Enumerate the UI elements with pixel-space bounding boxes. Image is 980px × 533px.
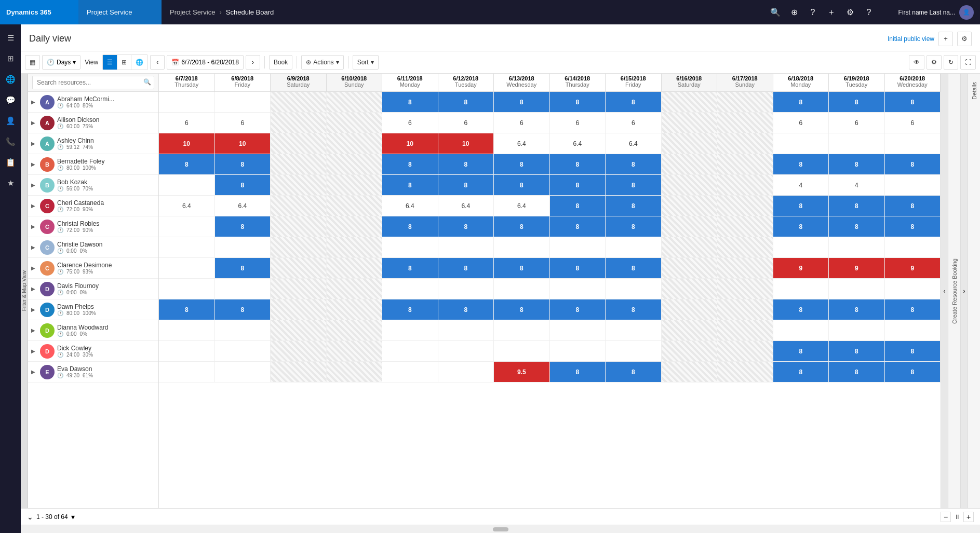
schedule-cell[interactable]: 8 <box>773 362 829 382</box>
schedule-cell[interactable]: 8 <box>829 196 885 216</box>
search-icon[interactable]: 🔍 <box>767 4 784 21</box>
resource-expand-icon[interactable]: ▶ <box>31 286 37 292</box>
schedule-cell[interactable] <box>438 279 494 299</box>
schedule-cell[interactable] <box>717 362 773 382</box>
schedule-cell[interactable]: 6.4 <box>159 196 215 216</box>
schedule-cell[interactable]: 8 <box>438 154 494 174</box>
schedule-cell[interactable] <box>662 175 718 195</box>
schedule-cell[interactable] <box>271 341 327 361</box>
schedule-cell[interactable] <box>606 341 662 361</box>
schedule-cell[interactable] <box>662 113 718 133</box>
schedule-cell[interactable] <box>717 258 773 278</box>
resource-expand-icon[interactable]: ▶ <box>31 265 37 271</box>
schedule-cell[interactable]: 6 <box>885 113 941 133</box>
schedule-cell[interactable] <box>662 299 718 320</box>
filter-map-toggle[interactable]: Filter & Map View <box>21 74 28 508</box>
schedule-cell[interactable]: 8 <box>494 299 550 320</box>
schedule-cell[interactable] <box>717 92 773 112</box>
expand-down-icon[interactable]: ▾ <box>71 513 75 521</box>
settings2-btn[interactable]: ⚙ <box>927 55 942 70</box>
schedule-cell[interactable]: 8 <box>829 154 885 174</box>
schedule-cell[interactable] <box>606 279 662 299</box>
schedule-cell[interactable] <box>271 133 327 154</box>
schedule-cell[interactable] <box>215 341 271 361</box>
schedule-cell[interactable] <box>215 362 271 382</box>
schedule-cell[interactable] <box>885 320 941 340</box>
schedule-cell[interactable] <box>271 279 327 299</box>
sidebar-home-icon[interactable]: ⊞ <box>1 49 20 68</box>
zoom-pause-btn[interactable]: ⏸ <box>954 513 960 521</box>
schedule-cell[interactable]: 6 <box>829 113 885 133</box>
expand-icon[interactable]: ⌄ <box>27 513 33 521</box>
schedule-cell[interactable]: 8 <box>438 92 494 112</box>
schedule-cell[interactable]: 8 <box>382 299 438 320</box>
breadcrumb-item-1[interactable]: Project Service <box>170 8 215 16</box>
schedule-cell[interactable] <box>271 258 327 278</box>
collapse-left-btn[interactable]: ‹ <box>941 74 948 508</box>
create-booking-panel[interactable]: Create Resource Booking <box>948 74 960 508</box>
schedule-cell[interactable]: 9 <box>885 258 941 278</box>
schedule-cell[interactable]: 6 <box>159 113 215 133</box>
schedule-cell[interactable]: 8 <box>829 92 885 112</box>
schedule-cell[interactable] <box>215 320 271 340</box>
next-date-btn[interactable]: › <box>246 55 260 70</box>
schedule-cell[interactable] <box>271 175 327 195</box>
schedule-cell[interactable] <box>717 113 773 133</box>
schedule-cell[interactable]: 8 <box>215 216 271 237</box>
schedule-cell[interactable]: 8 <box>159 154 215 174</box>
days-dropdown[interactable]: 🕐 Days ▾ <box>42 55 80 70</box>
resource-expand-icon[interactable]: ▶ <box>31 348 37 354</box>
schedule-cell[interactable] <box>159 362 215 382</box>
schedule-cell[interactable] <box>829 279 885 299</box>
schedule-cell[interactable] <box>829 237 885 257</box>
user-area[interactable]: First name Last na... 👤 <box>881 5 980 20</box>
schedule-cell[interactable]: 9.5 <box>494 362 550 382</box>
schedule-cell[interactable] <box>215 237 271 257</box>
settings-icon[interactable]: ⚙ <box>842 4 858 21</box>
schedule-cell[interactable] <box>606 320 662 340</box>
zoom-out-btn[interactable]: − <box>941 512 951 522</box>
schedule-cell[interactable]: 8 <box>494 154 550 174</box>
schedule-cell[interactable]: 8 <box>773 216 829 237</box>
schedule-cell[interactable] <box>885 237 941 257</box>
schedule-cell[interactable] <box>327 362 383 382</box>
horizontal-scrollbar[interactable] <box>21 525 980 533</box>
schedule-cell[interactable] <box>773 320 829 340</box>
schedule-cell[interactable] <box>327 154 383 174</box>
schedule-cell[interactable] <box>717 299 773 320</box>
schedule-cell[interactable] <box>885 279 941 299</box>
help-icon[interactable]: ? <box>804 4 821 21</box>
sidebar-globe-icon[interactable]: 🌐 <box>1 70 20 89</box>
schedule-cell[interactable] <box>438 362 494 382</box>
schedule-cell[interactable]: 10 <box>159 133 215 154</box>
schedule-cell[interactable] <box>494 279 550 299</box>
schedule-cell[interactable]: 8 <box>606 216 662 237</box>
schedule-cell[interactable]: 8 <box>215 175 271 195</box>
schedule-cell[interactable]: 8 <box>494 216 550 237</box>
grid-view-toggle-btn[interactable]: ⊞ <box>117 55 131 70</box>
schedule-cell[interactable]: 8 <box>438 216 494 237</box>
collapse-right-btn[interactable]: › <box>960 74 968 508</box>
schedule-cell[interactable] <box>327 258 383 278</box>
prev-date-btn[interactable]: ‹ <box>150 55 165 70</box>
schedule-cell[interactable] <box>271 196 327 216</box>
schedule-cell[interactable]: 8 <box>215 154 271 174</box>
schedule-cell[interactable] <box>159 92 215 112</box>
schedule-cell[interactable] <box>550 320 606 340</box>
schedule-cell[interactable]: 8 <box>885 92 941 112</box>
schedule-cell[interactable]: 8 <box>829 299 885 320</box>
schedule-cell[interactable]: 8 <box>829 216 885 237</box>
schedule-cell[interactable]: 8 <box>829 341 885 361</box>
schedule-cell[interactable]: 8 <box>829 362 885 382</box>
schedule-cell[interactable] <box>606 237 662 257</box>
schedule-cell[interactable] <box>717 237 773 257</box>
schedule-cell[interactable] <box>382 362 438 382</box>
schedule-cell[interactable] <box>662 320 718 340</box>
schedule-cell[interactable] <box>271 113 327 133</box>
schedule-cell[interactable] <box>271 320 327 340</box>
schedule-cell[interactable] <box>271 362 327 382</box>
schedule-cell[interactable] <box>717 133 773 154</box>
schedule-cell[interactable]: 8 <box>550 154 606 174</box>
schedule-cell[interactable] <box>494 320 550 340</box>
schedule-cell[interactable] <box>271 92 327 112</box>
